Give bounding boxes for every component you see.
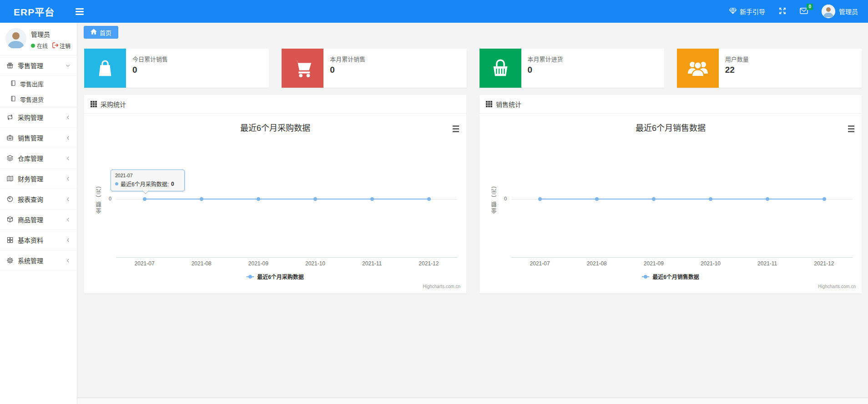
sidebar-item-purchase[interactable]: 采购管理 [0,107,77,128]
chart-tooltip: 2021-07 最近6个月采购数据: 0 [111,170,185,191]
sidebar-user-name: 管理员 [31,30,71,39]
fullscreen-button[interactable] [779,7,786,16]
layers-icon [6,155,14,162]
guide-link[interactable]: 新手引导 [729,7,765,16]
logout-button[interactable]: 注销 [52,42,71,50]
file-icon [10,95,16,103]
x-axis-line [511,257,853,258]
stat-card-value: 22 [725,65,749,75]
chart-title: 最近6个月销售数据 [479,114,862,133]
data-point[interactable] [538,197,542,201]
data-point[interactable] [257,197,260,201]
purchase-chart: 最近6个月采购数据 金额（元） 0 2021-07 2021-08 2021-0… [84,114,466,293]
data-point[interactable] [709,197,712,201]
stat-card-month-purchase: 本月累计进货 0 [479,49,664,88]
stat-card-value: 0 [330,65,365,75]
data-point[interactable] [143,197,146,201]
data-point[interactable] [313,197,317,201]
highcharts-credits[interactable]: Highcharts.com.cn [818,284,856,289]
sign-out-icon [52,42,58,50]
gift-icon [6,62,14,69]
shopping-cart-icon [292,57,313,80]
stat-card-label: 本月累计进货 [528,55,563,63]
legend-marker-icon [247,275,254,279]
tooltip-header: 2021-07 [115,173,180,178]
panel-title: 销售统计 [496,100,521,109]
sidebar: 管理员 在线 注销 零售管理 [0,23,77,404]
data-point[interactable] [823,197,826,201]
sidebar-submenu-retail: 零售出库 零售退货 [0,76,77,107]
sidebar-item-system[interactable]: 系统管理 [0,250,77,271]
breadcrumb-tab-home[interactable]: 首页 [84,26,118,39]
chevron-left-icon [66,156,71,161]
avatar [5,28,26,49]
data-point[interactable] [595,197,599,201]
fullscreen-icon [779,7,786,16]
tooltip-arrow [142,191,149,194]
top-navbar: ERP平台 新手引导 0 管理员 [0,0,868,23]
pie-chart-icon [6,195,14,203]
chevron-left-icon [66,176,71,181]
data-point[interactable] [766,197,769,201]
data-point[interactable] [427,197,431,201]
stat-card-value: 0 [528,65,563,75]
charts-row: 采购统计 最近6个月采购数据 金额（元） 0 2021-07 2021-08 2… [84,95,862,294]
chevron-left-icon [66,197,71,202]
user-name-label: 管理员 [839,7,858,16]
highcharts-credits[interactable]: Highcharts.com.cn [423,284,460,289]
repeat-icon [6,114,14,121]
chevron-left-icon [66,115,71,120]
y-axis-tick: 0 [498,196,507,201]
brand-logo[interactable]: ERP平台 [14,5,55,18]
sidebar-item-retail-return[interactable]: 零售退货 [0,91,77,107]
data-point[interactable] [652,197,656,201]
online-status-label: 在线 [37,42,48,50]
home-icon [91,29,97,36]
file-icon [10,80,16,88]
chart-context-menu-icon[interactable] [848,125,854,132]
chevron-left-icon [66,135,71,140]
stat-card-label: 今日累计销售 [132,55,168,63]
online-status-icon [31,44,35,48]
stat-card-user-count: 用户数量 22 [677,49,862,88]
gem-icon [729,8,737,15]
chevron-left-icon [66,217,71,222]
sidebar-item-goods[interactable]: 商品管理 [0,209,77,230]
sidebar-item-reports[interactable]: 报表查询 [0,189,77,209]
legend-item[interactable]: 最近6个月采购数据 [84,273,466,280]
messages-button[interactable]: 0 [800,8,808,15]
sidebar-item-retail-out[interactable]: 零售出库 [0,76,77,91]
sidebar-item-retail[interactable]: 零售管理 [0,55,77,76]
sales-chart: 最近6个月销售数据 金额（元） 0 2021-07 2021-08 2021-0… [479,114,862,293]
tooltip-value: 0 [171,181,174,187]
legend-marker-icon [642,275,649,279]
shopping-bag-icon [95,57,116,80]
sidebar-item-sales[interactable]: 销售管理 [0,128,77,148]
user-menu[interactable]: 管理员 [822,5,858,18]
y-axis-label: 金额（元） [95,182,103,214]
sidebar-item-finance[interactable]: 财务管理 [0,169,77,189]
sidebar-menu: 零售管理 零售出库 零售退货 采购管理 [0,55,77,271]
sidebar-item-basic-data[interactable]: 基本资料 [0,230,77,250]
data-point[interactable] [200,197,203,201]
chart-context-menu-icon[interactable] [453,125,459,132]
chevron-down-icon [66,63,71,68]
tooltip-series-label: 最近6个月采购数据: [121,180,169,188]
briefcase-icon [6,134,14,141]
data-point[interactable] [370,197,374,201]
tooltip-marker-icon [115,182,118,185]
stat-card-month-sales: 本月累计销售 0 [282,49,466,88]
purchase-stats-panel: 采购统计 最近6个月采购数据 金额（元） 0 2021-07 2021-08 2… [84,95,466,294]
y-axis-tick: 0 [102,196,111,201]
stat-card-label: 用户数量 [725,55,749,63]
grid-icon [6,236,14,244]
legend-item[interactable]: 最近6个月销售数据 [479,273,862,280]
sidebar-user-panel: 管理员 在线 注销 [0,23,77,55]
stat-card-today-sales: 今日累计销售 0 [84,49,269,88]
users-icon [687,57,709,79]
message-count-badge: 0 [807,4,813,10]
sidebar-toggle-icon[interactable] [76,8,84,15]
sidebar-item-warehouse[interactable]: 仓库管理 [0,148,77,169]
th-grid-icon [91,101,97,107]
ledger-icon [6,175,14,182]
